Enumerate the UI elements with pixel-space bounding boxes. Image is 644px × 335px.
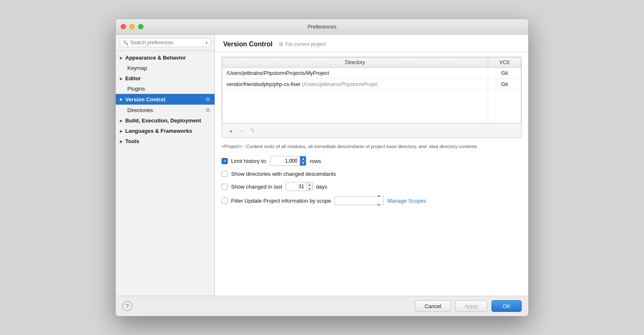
- days-spinner-buttons: ▲ ▼: [307, 182, 312, 191]
- show-changed-label: Show changed in last: [231, 184, 282, 190]
- main-content: 🔍 ▾ ▶ Appearance & Behavior Keymap ▶: [116, 35, 528, 296]
- panel-header: Version Control ⊞ For current project: [215, 35, 528, 53]
- nav-list: ▶ Appearance & Behavior Keymap ▶ Editor …: [116, 51, 215, 296]
- sidebar-item-label: Keymap: [127, 65, 147, 71]
- ok-button[interactable]: OK: [491, 300, 522, 312]
- table-row[interactable]: /Users/jetbrains/PhpstormProjects/MyProj…: [222, 68, 521, 79]
- sidebar-item-keymap[interactable]: Keymap: [116, 63, 215, 73]
- option-show-changed: Show changed in last ▲ ▼ days: [222, 182, 522, 191]
- chevron-down-icon: ▾: [205, 41, 208, 45]
- expand-arrow-icon: ▶: [120, 139, 123, 144]
- rows-suffix: rows: [310, 158, 321, 164]
- sidebar-item-label: Tools: [125, 138, 139, 144]
- option-show-directories: Show directories with changed descendant…: [222, 171, 522, 177]
- vcs-cell: Git: [488, 79, 521, 90]
- vcs-table: Directory VCS /Users/jetbrains/PhpstormP…: [222, 57, 521, 123]
- bottom-bar: ? Cancel Apply OK: [116, 296, 528, 316]
- apply-button[interactable]: Apply: [455, 300, 488, 312]
- sidebar-item-appearance-behavior[interactable]: ▶ Appearance & Behavior: [116, 53, 215, 63]
- for-current-project: ⊞ For current project: [279, 41, 326, 47]
- table-empty-row: [222, 90, 521, 123]
- sidebar-item-label: Editor: [125, 75, 141, 81]
- sidebar-item-editor[interactable]: ▶ Editor: [116, 73, 215, 84]
- limit-history-input[interactable]: [271, 156, 300, 165]
- search-input[interactable]: [130, 40, 204, 45]
- panel-body: Directory VCS /Users/jetbrains/PhpstormP…: [215, 53, 528, 296]
- limit-history-input-wrap: ▲ ▼: [270, 156, 306, 166]
- show-changed-checkbox[interactable]: [222, 184, 228, 190]
- column-header-directory: Directory: [222, 57, 488, 68]
- filter-update-checkbox[interactable]: [222, 198, 228, 204]
- sidebar-item-plugins[interactable]: Plugins: [116, 84, 215, 94]
- subtitle-text: For current project: [285, 41, 326, 47]
- expand-arrow-icon: ▶: [120, 77, 123, 81]
- vcs-table-wrap: Directory VCS /Users/jetbrains/PhpstormP…: [222, 57, 522, 138]
- show-directories-checkbox[interactable]: [222, 171, 228, 177]
- sidebar-item-label: Appearance & Behavior: [125, 55, 186, 61]
- directory-cell: vendor/friendsofphp/php-cs-fixer (/Users…: [222, 79, 488, 90]
- manage-scopes-link[interactable]: Manage Scopes: [387, 198, 426, 204]
- help-button[interactable]: ?: [122, 301, 132, 311]
- info-text: <Project> - Content roots of all modules…: [222, 143, 522, 150]
- edit-button[interactable]: ✎: [248, 126, 258, 135]
- title-bar: Preferences: [116, 19, 528, 35]
- sidebar-item-label: Build, Execution, Deployment: [125, 117, 201, 124]
- table-toolbar: + − ✎: [222, 123, 521, 138]
- expand-arrow-icon: ▶: [120, 56, 123, 60]
- show-directories-label: Show directories with changed descendant…: [231, 171, 336, 177]
- bottom-actions: Cancel Apply OK: [415, 300, 522, 312]
- limit-history-label: Limit history to:: [231, 158, 267, 164]
- remove-button[interactable]: −: [237, 126, 247, 135]
- close-button[interactable]: [121, 24, 126, 29]
- scope-select[interactable]: ⌃⌄: [334, 196, 384, 205]
- days-input[interactable]: [286, 182, 307, 191]
- sidebar-item-label: Directories: [127, 107, 153, 113]
- copy-icon: ⧉: [206, 107, 210, 113]
- days-input-wrap: ▲ ▼: [286, 182, 313, 191]
- sidebar-item-label: Languages & Frameworks: [125, 128, 192, 134]
- sidebar-item-label: Version Control: [125, 96, 165, 103]
- expand-arrow-icon: ▶: [120, 97, 123, 101]
- dialog-title: Preferences: [308, 24, 336, 30]
- filter-update-label: Filter Update Project information by sco…: [231, 198, 331, 204]
- search-bar: 🔍 ▾: [116, 35, 215, 51]
- search-input-wrap[interactable]: 🔍 ▾: [120, 38, 210, 47]
- project-icon: ⊞: [279, 41, 283, 47]
- minimize-button[interactable]: [129, 24, 135, 29]
- copy-icon: ⧉: [206, 96, 210, 103]
- directory-cell: /Users/jetbrains/PhpstormProjects/MyProj…: [222, 68, 488, 79]
- right-panel: Version Control ⊞ For current project Di…: [215, 35, 528, 296]
- chevron-icon: ⌃⌄: [377, 194, 381, 207]
- option-filter-update: Filter Update Project information by sco…: [222, 196, 522, 205]
- limit-history-checkbox[interactable]: [222, 158, 228, 164]
- option-limit-history: Limit history to: ▲ ▼ rows: [222, 156, 522, 166]
- sidebar-item-version-control[interactable]: ▶ Version Control ⧉: [116, 94, 215, 105]
- days-increment-button[interactable]: ▲: [307, 182, 312, 187]
- options-section: <Project> - Content roots of all modules…: [215, 138, 528, 215]
- column-header-vcs: VCS: [488, 57, 521, 68]
- add-button[interactable]: +: [226, 126, 236, 135]
- preferences-dialog: Preferences 🔍 ▾ ▶ Appearance & Behavior: [115, 19, 529, 316]
- spinner-buttons: ▲ ▼: [300, 156, 306, 165]
- days-suffix: days: [316, 184, 327, 190]
- window-controls: [121, 24, 143, 29]
- expand-arrow-icon: ▶: [120, 119, 123, 123]
- sidebar: 🔍 ▾ ▶ Appearance & Behavior Keymap ▶: [116, 35, 215, 296]
- expand-arrow-icon: ▶: [120, 129, 123, 133]
- increment-button[interactable]: ▲: [300, 156, 306, 161]
- table-row[interactable]: vendor/friendsofphp/php-cs-fixer (/Users…: [222, 79, 521, 90]
- sidebar-item-languages-frameworks[interactable]: ▶ Languages & Frameworks: [116, 126, 215, 136]
- sidebar-item-build-execution-deployment[interactable]: ▶ Build, Execution, Deployment: [116, 115, 215, 126]
- sidebar-item-tools[interactable]: ▶ Tools: [116, 136, 215, 146]
- maximize-button[interactable]: [138, 24, 143, 29]
- vcs-cell: Git: [488, 68, 521, 79]
- decrement-button[interactable]: ▼: [300, 161, 306, 166]
- cancel-button[interactable]: Cancel: [415, 300, 451, 312]
- days-decrement-button[interactable]: ▼: [307, 187, 312, 191]
- sidebar-item-label: Plugins: [127, 86, 145, 92]
- sidebar-item-directories[interactable]: Directories ⧉: [116, 105, 215, 115]
- panel-title: Version Control: [223, 41, 272, 48]
- search-icon: 🔍: [123, 40, 129, 45]
